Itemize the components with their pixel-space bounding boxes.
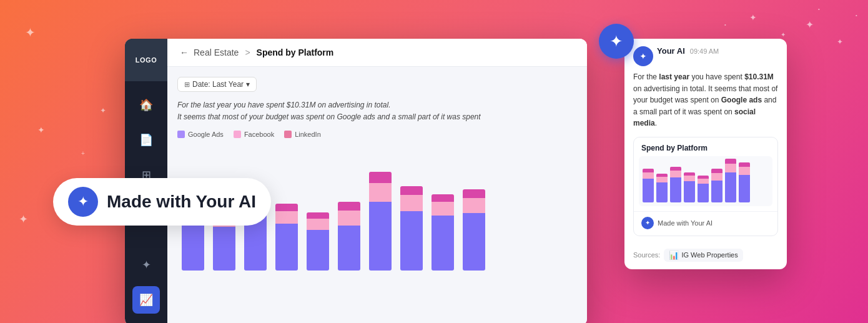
filter-icon: ⊞ (184, 81, 190, 89)
header: ← Real Estate > Spend by Platform (167, 39, 587, 67)
back-button[interactable]: ← (180, 47, 189, 57)
star-decoration-3: ✦ (19, 212, 28, 226)
bar-stack (432, 194, 454, 271)
filter-bar: ⊞ Date: Last Year ▾ (177, 77, 577, 92)
star-decoration-4: ✦ (100, 106, 106, 115)
legend-label-facebook: Facebook (244, 131, 274, 138)
made-with-pill: ✦ Made with Your AI (53, 178, 271, 226)
mini-bar-linkedin (711, 169, 723, 173)
bar-group (336, 202, 362, 271)
mini-bar-stack (656, 174, 668, 202)
mini-bar-facebook (725, 164, 736, 172)
sidebar-item-sparkle[interactable]: ✦ (132, 251, 160, 279)
mini-bar-facebook (643, 172, 654, 179)
source-badge[interactable]: 📊 IG Web Properties (664, 249, 742, 262)
legend-dot-google (177, 131, 185, 138)
source-chart-icon: 📊 (669, 251, 679, 260)
bar-group (367, 172, 393, 271)
mini-bar-stack (670, 167, 681, 202)
breadcrumb-parent[interactable]: Real Estate (194, 47, 239, 57)
breadcrumb-current: Spend by Platform (257, 47, 334, 57)
bar-group (461, 189, 487, 271)
home-icon: 🏠 (139, 98, 153, 112)
sidebar-item-chart[interactable]: 📈 (132, 286, 160, 314)
mini-bar-facebook (711, 173, 723, 181)
mini-bar-stack (698, 176, 709, 202)
mini-card-footer: ✦ Made with Your AI (634, 211, 777, 236)
legend-item-google: Google Ads (177, 131, 224, 138)
filter-arrow: ▾ (246, 80, 250, 89)
insight-text: For the last year you have spent $10.31M… (177, 99, 577, 123)
legend-dot-linkedin (284, 131, 292, 138)
bar-stack (400, 186, 423, 271)
bar-segment-facebook (463, 198, 485, 213)
bar-segment-google (182, 221, 204, 271)
sidebar-item-doc[interactable]: 📄 (132, 126, 160, 154)
legend-item-linkedin: LinkedIn (284, 131, 321, 138)
sparkle-big-icon: ✦ (609, 32, 623, 51)
bar-group (305, 212, 331, 271)
source-name: IG Web Properties (681, 251, 737, 259)
mini-bar-google (643, 179, 654, 202)
bar-stack (307, 212, 329, 271)
bar-group (398, 186, 425, 271)
mini-bar-facebook (670, 171, 681, 177)
mini-chart-title: Spend by Platform (634, 137, 777, 156)
chart-icon: 📈 (139, 293, 153, 307)
star-decoration-8: ✦ (806, 19, 814, 31)
bar-segment-facebook (432, 202, 454, 216)
bar-stack (369, 172, 392, 271)
ai-avatar: ✦ (633, 46, 653, 66)
bar-segment-google (307, 230, 329, 271)
mini-bar-linkedin (739, 162, 750, 167)
bar-segment-linkedin (400, 186, 423, 195)
chat-panel: ✦ Your AI 09:49 AM For the last year you… (624, 39, 787, 269)
bar-segment-linkedin (307, 212, 329, 219)
made-with-text: Made with Your AI (107, 192, 256, 212)
mini-bar-stack (643, 169, 654, 202)
legend-dot-facebook (234, 131, 241, 138)
chat-sender-row: Your AI 09:49 AM (657, 46, 778, 56)
bar-segment-google (338, 226, 360, 271)
mini-chart-visual (639, 156, 772, 206)
mini-bar-google (711, 181, 723, 202)
bar-stack (463, 189, 485, 271)
insight-line1: For the last year you have spent $10.31M… (177, 101, 391, 109)
mini-bar-stack (711, 169, 723, 202)
star-decoration-10: • (856, 12, 857, 18)
mini-bar-google (698, 184, 709, 202)
chat-meta: Your AI 09:49 AM (657, 46, 778, 58)
bar-segment-facebook (338, 211, 360, 226)
mini-bar-facebook (739, 167, 750, 175)
date-filter[interactable]: ⊞ Date: Last Year ▾ (177, 77, 257, 92)
bar-segment-linkedin (275, 204, 298, 211)
mini-bar-facebook (684, 176, 695, 181)
legend-label-google: Google Ads (188, 131, 224, 138)
chat-message: For the last year you have spent $10.31M… (624, 71, 787, 137)
star-decoration-9: ✦ (837, 37, 843, 46)
sources-label: Sources: (633, 251, 660, 259)
legend-item-facebook: Facebook (234, 131, 274, 138)
star-decoration-2: ✦ (37, 125, 45, 135)
ai-avatar-icon: ✦ (639, 51, 647, 61)
bar-segment-facebook (307, 219, 329, 230)
sparkle-icon: ✦ (142, 258, 151, 272)
mini-bar-facebook (656, 177, 668, 182)
star-decoration-12: • (724, 22, 726, 27)
sources-row: Sources: 📊 IG Web Properties (624, 244, 787, 269)
mini-chart-card: Spend by Platform ✦ Made with Your AI (633, 137, 778, 236)
breadcrumb-separator: > (245, 47, 250, 57)
mini-bar-google (739, 175, 750, 202)
bar-segment-facebook (275, 211, 298, 224)
chat-header: ✦ Your AI 09:49 AM (624, 39, 787, 71)
sidebar-item-home[interactable]: 🏠 (132, 91, 160, 119)
legend-label-linkedin: LinkedIn (295, 131, 321, 138)
mini-made-with-label: Made with Your AI (658, 219, 713, 227)
mini-bar-stack (725, 159, 736, 202)
document-icon: 📄 (139, 133, 153, 147)
star-decoration-7: ✦ (781, 31, 786, 38)
bar-segment-linkedin (338, 202, 360, 211)
mini-bar-google (684, 181, 695, 202)
made-with-icon: ✦ (68, 187, 98, 217)
mini-bar-facebook (698, 179, 709, 184)
